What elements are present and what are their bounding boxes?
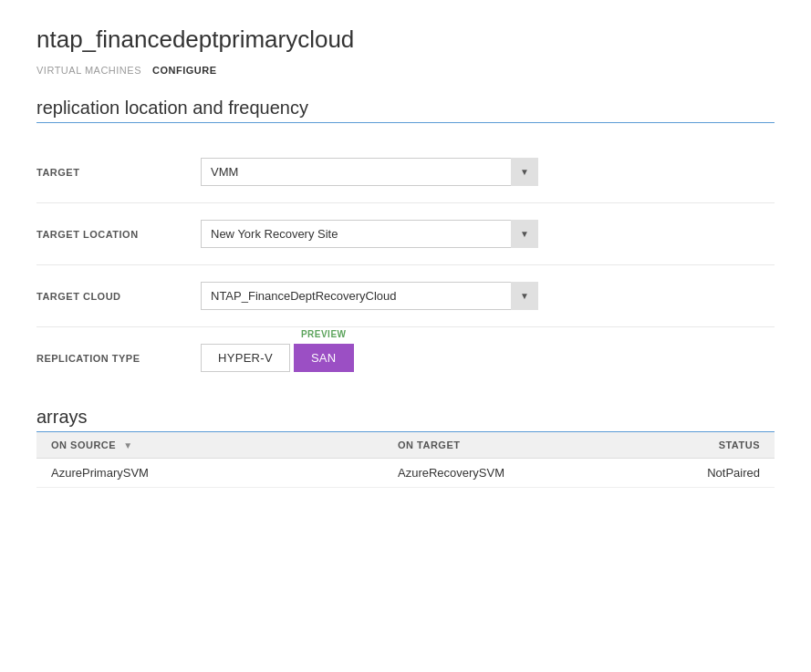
section-divider: [36, 122, 775, 123]
replication-type-control: HYPER-V PREVIEW SAN: [201, 344, 775, 372]
target-location-row: TARGET LOCATION New York Recovery Site C…: [36, 203, 775, 265]
cell-source: AzurePrimarySVM: [36, 466, 383, 480]
col-header-status: STATUS: [683, 439, 775, 450]
target-location-control: New York Recovery Site Chicago Recovery …: [201, 220, 775, 248]
target-row: TARGET VMM Hyper-V Azure ▼: [36, 141, 775, 203]
breadcrumb: VIRTUAL MACHINES CONFIGURE: [36, 65, 775, 76]
arrays-title: arrays: [36, 407, 775, 428]
preview-badge: PREVIEW: [301, 329, 347, 339]
target-cloud-control: NTAP_FinanceDeptRecoveryCloud ▼: [201, 282, 775, 310]
breadcrumb-configure[interactable]: CONFIGURE: [152, 65, 217, 76]
target-control: VMM Hyper-V Azure ▼: [201, 158, 775, 186]
breadcrumb-virtual-machines[interactable]: VIRTUAL MACHINES: [36, 65, 141, 76]
col-header-source: ON SOURCE ▼: [36, 439, 383, 450]
target-location-select[interactable]: New York Recovery Site Chicago Recovery …: [201, 220, 538, 248]
table-row: AzurePrimarySVM AzureRecoverySVM NotPair…: [36, 459, 775, 488]
target-location-label: TARGET LOCATION: [36, 229, 201, 240]
page-container: ntap_financedeptprimarycloud VIRTUAL MAC…: [0, 0, 811, 513]
hyper-v-button[interactable]: HYPER-V: [201, 344, 290, 372]
target-select-wrapper: VMM Hyper-V Azure ▼: [201, 158, 538, 186]
san-button[interactable]: SAN: [294, 344, 354, 372]
arrays-section: arrays ON SOURCE ▼ ON TARGET STATUS Azur…: [36, 407, 775, 488]
replication-type-buttons: HYPER-V PREVIEW SAN: [201, 344, 775, 372]
target-select[interactable]: VMM Hyper-V Azure: [201, 158, 538, 186]
col-header-target: ON TARGET: [383, 439, 683, 450]
section-title: replication location and frequency: [36, 98, 775, 119]
cell-status: NotPaired: [683, 466, 775, 480]
table-header: ON SOURCE ▼ ON TARGET STATUS: [36, 432, 775, 459]
sort-icon-source[interactable]: ▼: [123, 440, 132, 450]
page-title: ntap_financedeptprimarycloud: [36, 26, 775, 54]
replication-type-row: REPLICATION TYPE HYPER-V PREVIEW SAN: [36, 327, 775, 388]
san-button-container: PREVIEW SAN: [294, 344, 354, 372]
target-cloud-select[interactable]: NTAP_FinanceDeptRecoveryCloud: [201, 282, 538, 310]
target-cloud-row: TARGET CLOUD NTAP_FinanceDeptRecoveryClo…: [36, 265, 775, 327]
target-location-select-wrapper: New York Recovery Site Chicago Recovery …: [201, 220, 538, 248]
replication-type-label: REPLICATION TYPE: [36, 353, 201, 364]
target-cloud-select-wrapper: NTAP_FinanceDeptRecoveryCloud ▼: [201, 282, 538, 310]
target-cloud-label: TARGET CLOUD: [36, 291, 201, 302]
cell-target: AzureRecoverySVM: [383, 466, 683, 480]
target-label: TARGET: [36, 167, 201, 178]
